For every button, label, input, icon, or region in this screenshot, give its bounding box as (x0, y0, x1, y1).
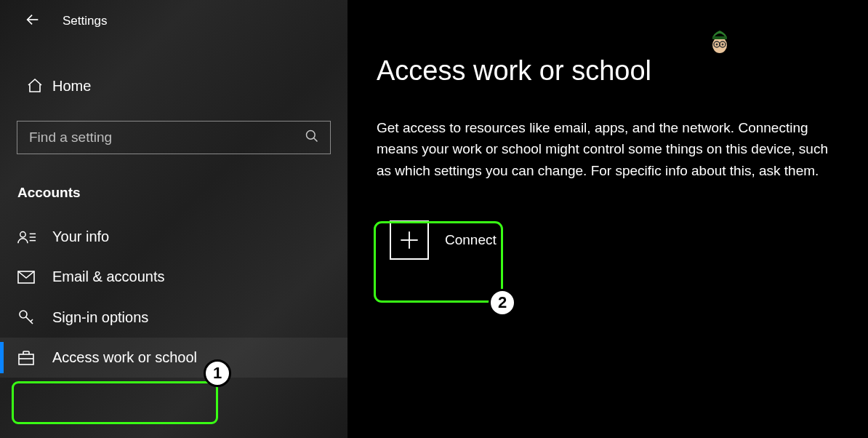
person-icon (17, 229, 52, 245)
briefcase-icon (17, 350, 52, 366)
svg-line-2 (314, 138, 318, 142)
nav-label: Access work or school (52, 349, 197, 366)
search-wrap (17, 121, 331, 154)
svg-line-10 (31, 319, 33, 322)
mascot-icon (708, 23, 731, 54)
plus-icon (390, 220, 429, 260)
svg-point-1 (307, 131, 316, 140)
nav-access-work-school[interactable]: Access work or school (0, 338, 347, 378)
search-input[interactable] (17, 121, 331, 154)
nav-label: Your info (52, 228, 109, 245)
settings-sidebar: Settings Home Accounts (0, 0, 347, 438)
annotation-badge-2: 2 (489, 289, 516, 316)
nav-label: Email & accounts (52, 268, 165, 285)
svg-point-20 (722, 44, 724, 46)
connect-button[interactable]: Connect (377, 207, 510, 273)
mail-icon (17, 271, 52, 284)
page-title: Access work or school (377, 55, 839, 87)
search-icon (305, 129, 319, 146)
home-icon (17, 77, 52, 95)
nav-email-accounts[interactable]: Email & accounts (0, 257, 347, 297)
svg-rect-16 (712, 36, 727, 39)
nav-your-info[interactable]: Your info (0, 217, 347, 257)
section-header-accounts: Accounts (17, 185, 347, 201)
annotation-highlight-1 (12, 381, 218, 424)
connect-label: Connect (445, 232, 497, 248)
svg-point-3 (20, 231, 25, 236)
key-icon (17, 308, 52, 326)
page-description: Get access to resources like email, apps… (377, 117, 839, 181)
home-label: Home (52, 78, 91, 95)
back-button[interactable] (20, 9, 45, 33)
back-arrow-icon (25, 12, 41, 31)
topbar: Settings (0, 9, 347, 33)
svg-rect-11 (19, 354, 33, 365)
app-title: Settings (63, 14, 107, 28)
main-content: Access work or school Get access to reso… (347, 0, 868, 438)
nav-label: Sign-in options (52, 309, 148, 326)
svg-point-19 (716, 44, 718, 46)
home-nav[interactable]: Home (0, 68, 347, 103)
nav-signin-options[interactable]: Sign-in options (0, 297, 347, 338)
